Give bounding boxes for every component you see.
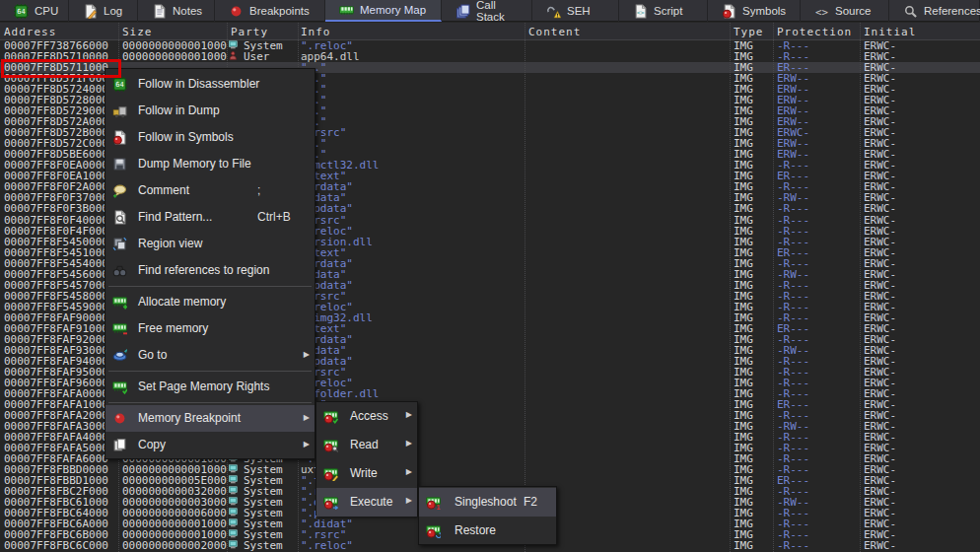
menu-item-label: Memory Breakpoint bbox=[138, 411, 241, 425]
tab-script[interactable]: <>Script bbox=[619, 0, 708, 22]
menu-item-label: Find Pattern... bbox=[138, 210, 212, 224]
menu-item-execute[interactable]: Execute▶ bbox=[316, 488, 417, 517]
execute-submenu: 1SingleshootF2Restore bbox=[418, 486, 557, 545]
menu-item-region-view[interactable]: Region view bbox=[105, 231, 315, 257]
column-header-initial[interactable]: Initial bbox=[864, 26, 916, 38]
cell-prot: -R--- bbox=[777, 203, 809, 214]
menu-item-dump-memory-to-file[interactable]: Dump Memory to File bbox=[105, 151, 315, 177]
party-system-icon bbox=[229, 486, 241, 497]
tab-label: Script bbox=[654, 5, 682, 17]
cell-addr: 00007FF8F5454000 bbox=[4, 258, 108, 269]
seh-icon bbox=[546, 4, 561, 19]
x64dbg-memory-map-window: 64CPULogNotesBreakpointsMemory MapCall S… bbox=[0, 0, 980, 552]
tab-seh[interactable]: SEH bbox=[532, 0, 619, 22]
tab-label: Log bbox=[104, 5, 122, 17]
party-user-icon bbox=[229, 51, 241, 62]
menu-item-find-pattern[interactable]: Find Pattern...Ctrl+B bbox=[105, 204, 315, 231]
column-header-party[interactable]: Party bbox=[231, 26, 268, 38]
references-icon bbox=[903, 4, 918, 19]
submenu-arrow-icon: ▶ bbox=[406, 410, 412, 419]
party-system-icon bbox=[229, 529, 241, 540]
call-stack-icon bbox=[455, 4, 470, 19]
cell-init: ERWC- bbox=[864, 203, 896, 214]
memory-breakpoint-submenu: Access▶Read▶Write▶Execute▶ bbox=[315, 401, 418, 516]
menu-item-shortcut: F2 bbox=[524, 495, 537, 509]
go-to-icon bbox=[112, 348, 127, 363]
cell-type: IMG bbox=[734, 203, 753, 214]
menu-separator bbox=[108, 371, 312, 372]
tab-call-stack[interactable]: Call Stack bbox=[442, 0, 532, 22]
menu-item-read[interactable]: Read▶ bbox=[316, 431, 417, 459]
tab-label: Notes bbox=[173, 5, 202, 17]
breakpoint-icon bbox=[229, 4, 244, 19]
menu-item-access[interactable]: Access▶ bbox=[316, 402, 417, 431]
tab-source[interactable]: <>Source bbox=[801, 0, 889, 22]
menu-item-comment[interactable]: Comment; bbox=[105, 177, 315, 204]
tab-log[interactable]: Log bbox=[69, 0, 138, 22]
menu-item-follow-in-disassembler[interactable]: 64Follow in Disassembler bbox=[105, 71, 315, 98]
tab-symbols[interactable]: Symbols bbox=[708, 0, 801, 22]
svg-text:64: 64 bbox=[115, 81, 123, 89]
tab-label: SEH bbox=[567, 5, 591, 17]
menu-item-follow-in-symbols[interactable]: Follow in Symbols bbox=[105, 124, 315, 151]
column-header-row: AddressSizePartyInfoContentTypeProtectio… bbox=[0, 23, 980, 40]
menu-item-label: Find references to region bbox=[138, 263, 269, 277]
svg-text:64: 64 bbox=[17, 8, 25, 16]
menu-item-restore[interactable]: Restore bbox=[419, 517, 556, 545]
tab-memory-map[interactable]: Memory Map bbox=[325, 0, 442, 22]
menu-item-find-references-to-region[interactable]: Find references to region bbox=[105, 257, 315, 284]
party-system-icon bbox=[229, 518, 241, 529]
table-row[interactable]: 00007FF8D57100000000000000001000Userapp6… bbox=[0, 51, 980, 62]
menu-item-label: Copy bbox=[138, 438, 166, 451]
menu-item-free-memory[interactable]: Free memory bbox=[105, 315, 315, 342]
symbols-icon bbox=[722, 4, 736, 19]
menu-item-singleshoot[interactable]: 1SingleshootF2 bbox=[419, 488, 556, 517]
source-icon: <> bbox=[814, 4, 829, 19]
menu-item-write[interactable]: Write▶ bbox=[316, 459, 417, 488]
menu-item-label: Follow in Disassembler bbox=[138, 77, 259, 91]
column-header-address[interactable]: Address bbox=[4, 26, 56, 38]
follow-dump-icon bbox=[112, 104, 127, 118]
cell-addr: 00007FF8F0F4F000 bbox=[4, 226, 108, 237]
notes-icon bbox=[152, 4, 167, 19]
menu-item-copy[interactable]: Copy▶ bbox=[105, 432, 315, 458]
menu-separator bbox=[108, 402, 312, 403]
cell-addr: 00007FF8F5456000 bbox=[4, 269, 108, 280]
menu-item-label: Go to bbox=[138, 348, 167, 362]
column-header-content[interactable]: Content bbox=[528, 26, 581, 38]
tab-bar: 64CPULogNotesBreakpointsMemory MapCall S… bbox=[0, 0, 980, 22]
column-header-type[interactable]: Type bbox=[734, 26, 764, 38]
tab-label: Breakpoints bbox=[249, 5, 310, 17]
memory-map-icon bbox=[339, 3, 354, 18]
menu-item-label: Read bbox=[350, 438, 379, 451]
cell-addr: 00007FF8F5451000 bbox=[4, 247, 108, 258]
column-header-protection[interactable]: Protection bbox=[777, 26, 852, 38]
cell-prot: -RW-- bbox=[777, 269, 809, 280]
submenu-arrow-icon: ▶ bbox=[406, 439, 412, 448]
cell-party: System bbox=[244, 540, 283, 551]
menu-item-set-page-memory-rights[interactable]: Set Page Memory Rights bbox=[105, 374, 315, 400]
svg-text:<>: <> bbox=[815, 5, 828, 18]
menu-item-follow-in-dump[interactable]: Follow in Dump bbox=[105, 98, 315, 124]
menu-item-allocate-memory[interactable]: Allocate memory bbox=[105, 289, 315, 315]
column-header-size[interactable]: Size bbox=[122, 26, 153, 38]
tab-breakpoints[interactable]: Breakpoints bbox=[215, 0, 325, 22]
column-header-info[interactable]: Info bbox=[301, 26, 331, 38]
tab-label: Source bbox=[835, 5, 871, 17]
tab-references[interactable]: References bbox=[889, 0, 980, 22]
cell-init: ERWC- bbox=[864, 540, 896, 551]
tab-notes[interactable]: Notes bbox=[138, 0, 215, 22]
cell-party: User bbox=[244, 51, 270, 62]
submenu-arrow-icon: ▶ bbox=[304, 350, 310, 359]
submenu-arrow-icon: ▶ bbox=[406, 467, 412, 476]
cell-init: ERWC- bbox=[864, 226, 896, 237]
menu-item-go-to[interactable]: Go to▶ bbox=[105, 342, 315, 369]
cell-addr: 00007FF8F0F40000 bbox=[4, 215, 108, 226]
copy-icon bbox=[112, 438, 127, 452]
find-pattern-icon bbox=[112, 210, 127, 225]
submenu-arrow-icon: ▶ bbox=[304, 413, 310, 422]
menu-item-memory-breakpoint[interactable]: Memory Breakpoint▶ bbox=[105, 405, 315, 432]
cell-init: ERWC- bbox=[864, 237, 896, 247]
tab-cpu[interactable]: 64CPU bbox=[0, 0, 69, 22]
cell-type: IMG bbox=[734, 269, 753, 280]
